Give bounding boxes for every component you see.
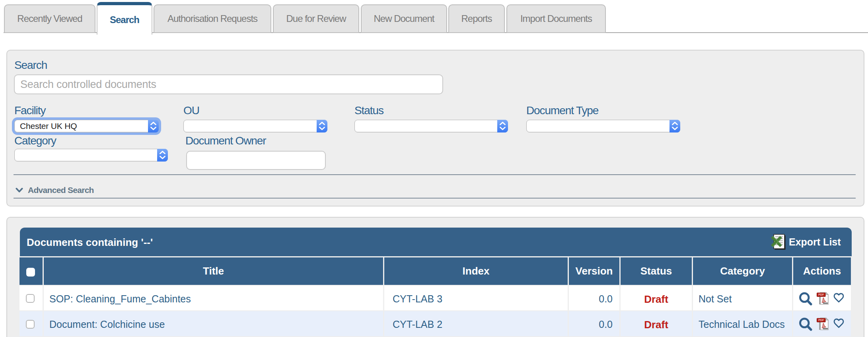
- svg-text:PDF: PDF: [818, 319, 824, 321]
- svg-text:PDF: PDF: [818, 293, 824, 296]
